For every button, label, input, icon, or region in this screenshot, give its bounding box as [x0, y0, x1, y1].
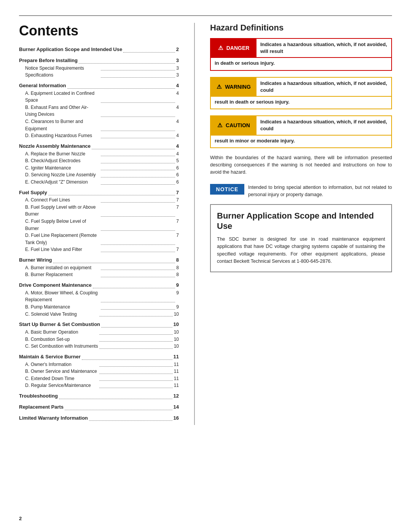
toc-page: 12 [174, 392, 179, 400]
toc-item-trouble: Troubleshooting 12 [19, 392, 179, 400]
toc-label: Prepare Before Installing [19, 57, 78, 65]
burner-app-scope-body: The SDC burner is designed for use in ro… [217, 236, 385, 265]
caution-triangle-icon: ⚠ [217, 122, 222, 129]
notice-label: NOTICE [210, 184, 244, 195]
toc-dots [101, 321, 172, 328]
toc-page: 10 [174, 321, 179, 329]
right-column: Hazard Definitions ⚠ DANGER Indicates a … [210, 23, 392, 272]
toc-section-5: Burner Wiring 8 A. Burner installed on e… [19, 256, 179, 278]
caution-label-text: CAUTION [226, 122, 250, 128]
top-rule [19, 15, 392, 16]
toc-label: Replacement Parts [19, 403, 64, 411]
toc-section-7: Start Up Burner & Set Combustion 10 A. B… [19, 321, 179, 350]
toc-section-2: General Information 4 A. Equipment Locat… [19, 82, 179, 139]
page-number: 2 [19, 516, 22, 521]
danger-box: ⚠ DANGER Indicates a hazardous situation… [210, 38, 392, 71]
toc-label: Burner Wiring [19, 256, 52, 264]
toc-page: 9 [176, 281, 179, 289]
caution-box: ⚠ CAUTION Indicates a hazardous situatio… [210, 115, 392, 148]
notice-text: Intended to bring special attention to i… [248, 184, 392, 198]
toc-label: Drive Component Maintenance [19, 281, 92, 289]
toc-item-drive: Drive Component Maintenance 9 [19, 281, 179, 289]
toc-dots [93, 281, 175, 288]
warning-body-text: result in death or serious injury. [211, 96, 391, 109]
warning-inline-text: Indicates a hazardous situation, which, … [256, 78, 391, 96]
toc-dots [59, 392, 172, 399]
toc-page: 7 [176, 189, 179, 197]
warning-triangle-icon: ⚠ [217, 83, 221, 90]
toc-section-6: Drive Component Maintenance 9 A. Motor, … [19, 281, 179, 318]
toc-item-prepare: Prepare Before Installing 3 [19, 57, 179, 65]
toc-page: 2 [176, 46, 179, 54]
toc-dots [67, 82, 175, 89]
toc-dots [82, 353, 172, 360]
toc-dots [48, 189, 175, 196]
danger-triangle-icon: ⚠ [218, 45, 223, 51]
toc-label: Nozzle Assembly Maintenance [19, 142, 91, 150]
danger-label-text: DANGER [226, 45, 250, 51]
toc-item-wiring: Burner Wiring 8 [19, 256, 179, 264]
toc-dots [79, 57, 175, 64]
notice-row: NOTICE Intended to bring special attenti… [210, 184, 392, 198]
caution-body-text: result in minor or moderate injury. [211, 135, 391, 147]
toc-section-10: Replacement Parts 14 [19, 403, 179, 411]
toc-page: 4 [176, 82, 179, 90]
toc-section-3: Nozzle Assembly Maintenance 4 A. Replace… [19, 142, 179, 186]
toc-column: Contents Burner Application Scope and In… [19, 23, 179, 425]
toc-dots [92, 142, 175, 149]
caution-inline-text: Indicates a hazardous situation, which, … [256, 116, 391, 134]
column-divider [194, 23, 195, 425]
caution-label: ⚠ CAUTION [211, 116, 256, 134]
toc-section-9: Troubleshooting 12 [19, 392, 179, 400]
toc-item-burner-app: Burner Application Scope and Intended Us… [19, 46, 179, 54]
toc-item-nozzle: Nozzle Assembly Maintenance 4 [19, 142, 179, 150]
toc-item-general: General Information 4 [19, 82, 179, 90]
toc-item-startup: Start Up Burner & Set Combustion 10 [19, 321, 179, 329]
toc-page: 14 [174, 403, 179, 411]
page: Contents Burner Application Scope and In… [0, 0, 411, 532]
toc-section-11: Limited Warranty Information 16 [19, 414, 179, 422]
hazard-paragraph: Within the boundaries of the hazard warn… [210, 154, 392, 176]
toc-page: 11 [174, 353, 179, 361]
warning-box: ⚠ WARNING Indicates a hazardous situatio… [210, 77, 392, 110]
contents-title: Contents [19, 23, 179, 39]
toc-label: Fuel Supply [19, 189, 47, 197]
toc-section-1: Prepare Before Installing 3 Notice Speci… [19, 57, 179, 79]
toc-label: Troubleshooting [19, 392, 58, 400]
toc-dots [89, 414, 172, 421]
toc-page: 3 [176, 57, 179, 65]
burner-app-scope-title: Burner Application Scope and Intended Us… [217, 211, 385, 231]
toc-page: 16 [174, 414, 179, 422]
warning-label: ⚠ WARNING [211, 78, 256, 96]
toc-dots [123, 46, 175, 53]
toc-page: 8 [176, 256, 179, 264]
danger-label: ⚠ DANGER [211, 39, 256, 57]
toc-item-warranty: Limited Warranty Information 16 [19, 414, 179, 422]
toc-label: Limited Warranty Information [19, 414, 88, 422]
hazard-definitions-title: Hazard Definitions [210, 23, 392, 33]
toc-dots [65, 403, 172, 410]
toc-page: 4 [176, 142, 179, 150]
danger-inline-text: Indicates a hazardous situation, which, … [256, 39, 391, 57]
burner-app-scope-box: Burner Application Scope and Intended Us… [210, 204, 392, 272]
toc-dots [53, 256, 175, 263]
toc-section-0: Burner Application Scope and Intended Us… [19, 46, 179, 54]
toc-section-4: Fuel Supply 7 A. Connect Fuel Lines7 B. … [19, 189, 179, 254]
toc-section-8: Maintain & Service Burner 11 A. Owner's … [19, 353, 179, 389]
warning-label-text: WARNING [225, 84, 251, 90]
toc-item-maintain: Maintain & Service Burner 11 [19, 353, 179, 361]
toc-label: Burner Application Scope and Intended Us… [19, 46, 122, 54]
toc-item-fuel: Fuel Supply 7 [19, 189, 179, 197]
toc-item-replacement: Replacement Parts 14 [19, 403, 179, 411]
toc-label: Maintain & Service Burner [19, 353, 81, 361]
toc-label: Start Up Burner & Set Combustion [19, 321, 100, 329]
danger-body-text: in death or serious injury. [211, 57, 391, 70]
toc-label: General Information [19, 82, 66, 90]
